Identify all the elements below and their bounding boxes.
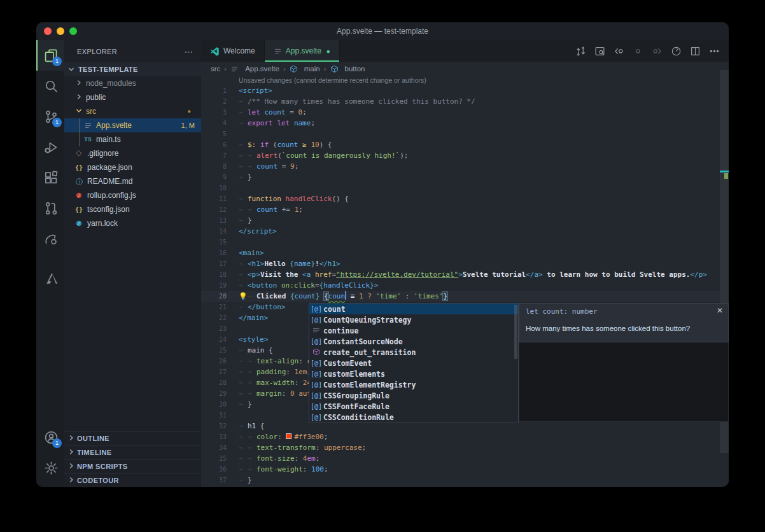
tree-item-yarn-lock[interactable]: yarn.lock xyxy=(64,216,201,230)
code-line[interactable]: 8→→count = 9; xyxy=(201,161,720,172)
compare-changes-icon[interactable] xyxy=(571,43,590,59)
line-number[interactable]: 17 xyxy=(201,258,227,269)
line-number[interactable]: 26 xyxy=(201,356,227,367)
explorer-more-actions-icon[interactable]: ⋯ xyxy=(185,46,193,57)
activity-item-settings-gear[interactable] xyxy=(36,452,64,483)
activity-item-azure[interactable] xyxy=(36,263,64,293)
line-number[interactable]: 25 xyxy=(201,345,227,356)
code-line[interactable]: 17→<h1>Hello {name}!</h1> xyxy=(201,258,720,269)
tree-item-src[interactable]: src● xyxy=(64,104,201,118)
suggestion-customelements[interactable]: [@]customElements xyxy=(309,368,518,379)
line-number[interactable]: 22 xyxy=(201,312,227,323)
tree-item-node-modules[interactable]: node_modules xyxy=(64,76,201,90)
activity-item-live-share[interactable] xyxy=(36,223,64,254)
code-line[interactable]: 36→→font-weight: 100; xyxy=(201,464,720,475)
tree-item-readme-md[interactable]: README.md xyxy=(64,174,201,188)
suggestion-cssconditionrule[interactable]: [@]CSSConditionRule xyxy=(309,412,518,423)
tree-item-app-svelte[interactable]: App.svelte1, M xyxy=(64,118,201,132)
line-number[interactable]: 27 xyxy=(201,367,227,377)
run-timer-icon[interactable] xyxy=(666,43,685,59)
breadcrumb-src[interactable]: src xyxy=(211,65,220,73)
code-line[interactable]: 16<main> xyxy=(201,248,720,258)
line-number[interactable]: 31 xyxy=(201,410,227,421)
tree-item-public[interactable]: public xyxy=(64,90,201,104)
activity-item-search[interactable] xyxy=(36,71,64,101)
line-number[interactable]: 35 xyxy=(201,453,227,464)
nav-forward-icon[interactable] xyxy=(647,43,666,59)
suggestion-continue[interactable]: continue xyxy=(309,325,518,336)
line-number[interactable]: 28 xyxy=(201,377,227,388)
line-number[interactable]: 18 xyxy=(201,269,227,280)
code-line[interactable]: 13→} xyxy=(201,215,720,226)
code-line[interactable]: 5 xyxy=(201,129,720,139)
code-line[interactable]: 19→<button on:click={handleClick}> xyxy=(201,280,720,291)
line-number[interactable]: 32 xyxy=(201,421,227,431)
tree-item-tsconfig-json[interactable]: {}tsconfig.json xyxy=(64,202,201,216)
close-icon[interactable]: ✕ xyxy=(717,306,723,315)
section-npm-scripts[interactable]: NPM SCRIPTS xyxy=(64,459,201,473)
code-area[interactable]: Unsaved changes (cannot determine recent… xyxy=(201,76,720,487)
code-line[interactable]: 34→→text-transform: uppercase; xyxy=(201,442,720,453)
code-line[interactable]: 37→} xyxy=(201,475,720,486)
more-actions-icon[interactable] xyxy=(705,43,724,59)
code-line[interactable]: 18→<p>Visit the <a href="https://svelte.… xyxy=(201,269,720,280)
line-number[interactable]: 24 xyxy=(201,334,227,345)
code-line[interactable]: 35→→font-size: 4em; xyxy=(201,453,720,464)
tree-item-main-ts[interactable]: TSmain.ts xyxy=(64,132,201,146)
activity-item-account[interactable]: 1 xyxy=(36,422,64,452)
breadcrumb-app-svelte[interactable]: App.svelte xyxy=(230,65,279,73)
line-number[interactable]: 21 xyxy=(201,302,227,312)
code-line[interactable]: 20💡→Clicked {count} {coun ≡ 1 ? 'time' :… xyxy=(201,291,720,302)
line-number[interactable]: 34 xyxy=(201,442,227,453)
tab-app-svelte[interactable]: App.svelte● xyxy=(265,40,340,62)
line-number[interactable]: 15 xyxy=(201,237,227,248)
code-line[interactable]: 14</script> xyxy=(201,226,720,237)
breadcrumb-button[interactable]: button xyxy=(330,65,365,73)
section-outline[interactable]: OUTLINE xyxy=(64,431,201,445)
code-line[interactable]: 2→/** How many times has someone clicked… xyxy=(201,96,720,107)
suggestion-countqueuingstrategy[interactable]: [@]CountQueuingStrategy xyxy=(309,314,518,325)
suggestion-constantsourcenode[interactable]: [@]ConstantSourceNode xyxy=(309,336,518,347)
line-number[interactable]: 19 xyxy=(201,280,227,291)
line-number[interactable]: 37 xyxy=(201,475,227,486)
section-codetour[interactable]: CODETOUR xyxy=(64,473,201,487)
activity-item-source-control[interactable]: 1 xyxy=(36,101,64,132)
activity-item-run-debug[interactable] xyxy=(36,132,64,162)
line-number[interactable]: 8 xyxy=(201,161,227,172)
activity-item-files[interactable]: 1 xyxy=(36,40,64,71)
line-number[interactable]: 9 xyxy=(201,172,227,183)
line-number[interactable]: 11 xyxy=(201,193,227,204)
line-number[interactable]: 30 xyxy=(201,399,227,410)
line-number[interactable]: 16 xyxy=(201,248,227,258)
suggestion-cssgroupingrule[interactable]: [@]CSSGroupingRule xyxy=(309,390,518,401)
tree-item-rollup-config-js[interactable]: rollup.config.js xyxy=(64,188,201,202)
line-number[interactable]: 29 xyxy=(201,388,227,399)
suggestion-create_out_transition[interactable]: create_out_transition xyxy=(309,347,518,358)
line-number[interactable]: 33 xyxy=(201,431,227,442)
suggestion-cssfontfacerule[interactable]: [@]CSSFontFaceRule xyxy=(309,401,518,412)
code-line[interactable]: 9→} xyxy=(201,172,720,183)
code-line[interactable]: 6→$: if (count ≥ 10) { xyxy=(201,139,720,150)
code-line[interactable]: 11→function handleClick() { xyxy=(201,193,720,204)
tree-item--gitignore[interactable]: .gitignore xyxy=(64,146,201,160)
line-number[interactable]: 10 xyxy=(201,183,227,193)
suggestion-customevent[interactable]: [@]CustomEvent xyxy=(309,358,518,368)
breadcrumb-main[interactable]: main xyxy=(290,65,320,73)
line-number[interactable]: 12 xyxy=(201,204,227,215)
nav-circle-icon[interactable] xyxy=(628,43,647,59)
line-number[interactable]: 6 xyxy=(201,139,227,150)
code-line[interactable]: 4→export let name; xyxy=(201,118,720,129)
section-timeline[interactable]: TIMELINE xyxy=(64,445,201,459)
code-line[interactable]: 7→→alert(`count is dangerously high!`); xyxy=(201,150,720,161)
line-number[interactable]: 36 xyxy=(201,464,227,475)
line-number[interactable]: 13 xyxy=(201,215,227,226)
project-root-row[interactable]: TEST-TEMPLATE xyxy=(64,62,201,76)
nav-back-icon[interactable] xyxy=(609,43,628,59)
line-number[interactable]: 23 xyxy=(201,323,227,334)
code-line[interactable]: 33→→color: #ff3e00; xyxy=(201,431,720,442)
line-number[interactable]: 4 xyxy=(201,118,227,129)
code-line[interactable]: 15 xyxy=(201,237,720,248)
tab-welcome[interactable]: Welcome xyxy=(201,40,265,62)
line-number[interactable]: 3 xyxy=(201,107,227,118)
open-preview-icon[interactable] xyxy=(590,43,609,59)
